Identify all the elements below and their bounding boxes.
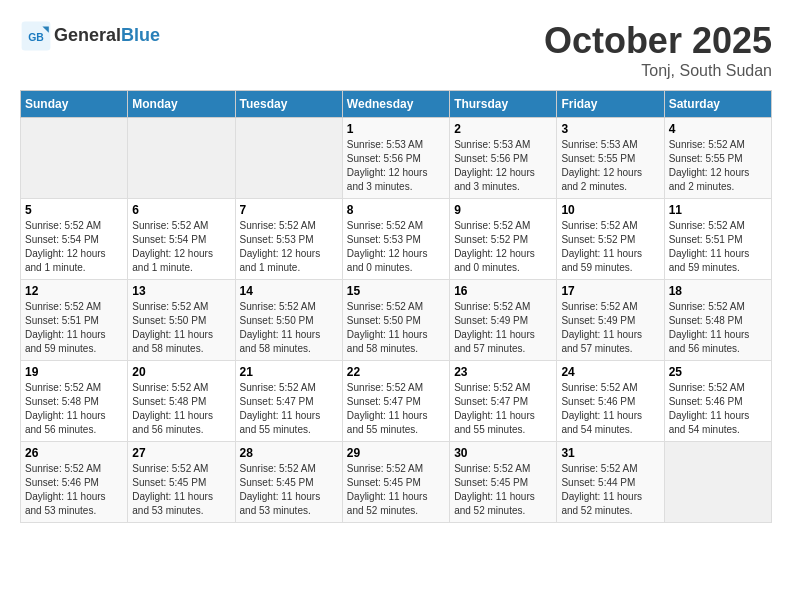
day-number: 17	[561, 284, 659, 298]
day-info: Sunrise: 5:52 AMSunset: 5:45 PMDaylight:…	[132, 462, 230, 518]
day-cell	[235, 118, 342, 199]
week-row-3: 12Sunrise: 5:52 AMSunset: 5:51 PMDayligh…	[21, 280, 772, 361]
day-cell: 25Sunrise: 5:52 AMSunset: 5:46 PMDayligh…	[664, 361, 771, 442]
day-cell	[21, 118, 128, 199]
day-info: Sunrise: 5:53 AMSunset: 5:56 PMDaylight:…	[454, 138, 552, 194]
day-number: 31	[561, 446, 659, 460]
weekday-wednesday: Wednesday	[342, 91, 449, 118]
day-number: 23	[454, 365, 552, 379]
week-row-5: 26Sunrise: 5:52 AMSunset: 5:46 PMDayligh…	[21, 442, 772, 523]
week-row-2: 5Sunrise: 5:52 AMSunset: 5:54 PMDaylight…	[21, 199, 772, 280]
day-cell: 23Sunrise: 5:52 AMSunset: 5:47 PMDayligh…	[450, 361, 557, 442]
day-number: 24	[561, 365, 659, 379]
day-cell: 11Sunrise: 5:52 AMSunset: 5:51 PMDayligh…	[664, 199, 771, 280]
day-info: Sunrise: 5:52 AMSunset: 5:48 PMDaylight:…	[669, 300, 767, 356]
location: Tonj, South Sudan	[544, 62, 772, 80]
day-cell: 19Sunrise: 5:52 AMSunset: 5:48 PMDayligh…	[21, 361, 128, 442]
day-info: Sunrise: 5:52 AMSunset: 5:46 PMDaylight:…	[561, 381, 659, 437]
day-number: 14	[240, 284, 338, 298]
day-cell: 10Sunrise: 5:52 AMSunset: 5:52 PMDayligh…	[557, 199, 664, 280]
day-number: 25	[669, 365, 767, 379]
day-info: Sunrise: 5:52 AMSunset: 5:46 PMDaylight:…	[669, 381, 767, 437]
logo: GB GeneralBlue	[20, 20, 160, 52]
day-cell: 30Sunrise: 5:52 AMSunset: 5:45 PMDayligh…	[450, 442, 557, 523]
day-number: 30	[454, 446, 552, 460]
day-cell: 31Sunrise: 5:52 AMSunset: 5:44 PMDayligh…	[557, 442, 664, 523]
page-header: GB GeneralBlue October 2025 Tonj, South …	[20, 20, 772, 80]
day-number: 15	[347, 284, 445, 298]
day-cell: 18Sunrise: 5:52 AMSunset: 5:48 PMDayligh…	[664, 280, 771, 361]
day-info: Sunrise: 5:52 AMSunset: 5:45 PMDaylight:…	[454, 462, 552, 518]
day-cell	[128, 118, 235, 199]
day-info: Sunrise: 5:52 AMSunset: 5:53 PMDaylight:…	[240, 219, 338, 275]
week-row-1: 1Sunrise: 5:53 AMSunset: 5:56 PMDaylight…	[21, 118, 772, 199]
day-info: Sunrise: 5:52 AMSunset: 5:52 PMDaylight:…	[561, 219, 659, 275]
day-cell: 27Sunrise: 5:52 AMSunset: 5:45 PMDayligh…	[128, 442, 235, 523]
logo-icon: GB	[20, 20, 52, 52]
day-info: Sunrise: 5:52 AMSunset: 5:51 PMDaylight:…	[25, 300, 123, 356]
day-info: Sunrise: 5:52 AMSunset: 5:50 PMDaylight:…	[347, 300, 445, 356]
day-info: Sunrise: 5:52 AMSunset: 5:54 PMDaylight:…	[25, 219, 123, 275]
day-number: 7	[240, 203, 338, 217]
day-cell: 14Sunrise: 5:52 AMSunset: 5:50 PMDayligh…	[235, 280, 342, 361]
day-cell: 4Sunrise: 5:52 AMSunset: 5:55 PMDaylight…	[664, 118, 771, 199]
day-number: 5	[25, 203, 123, 217]
day-cell: 24Sunrise: 5:52 AMSunset: 5:46 PMDayligh…	[557, 361, 664, 442]
day-info: Sunrise: 5:52 AMSunset: 5:53 PMDaylight:…	[347, 219, 445, 275]
day-number: 12	[25, 284, 123, 298]
day-number: 1	[347, 122, 445, 136]
day-info: Sunrise: 5:52 AMSunset: 5:52 PMDaylight:…	[454, 219, 552, 275]
day-cell: 6Sunrise: 5:52 AMSunset: 5:54 PMDaylight…	[128, 199, 235, 280]
weekday-monday: Monday	[128, 91, 235, 118]
day-number: 2	[454, 122, 552, 136]
day-cell: 28Sunrise: 5:52 AMSunset: 5:45 PMDayligh…	[235, 442, 342, 523]
day-number: 27	[132, 446, 230, 460]
day-number: 13	[132, 284, 230, 298]
day-info: Sunrise: 5:53 AMSunset: 5:56 PMDaylight:…	[347, 138, 445, 194]
day-cell: 3Sunrise: 5:53 AMSunset: 5:55 PMDaylight…	[557, 118, 664, 199]
day-cell: 22Sunrise: 5:52 AMSunset: 5:47 PMDayligh…	[342, 361, 449, 442]
day-number: 11	[669, 203, 767, 217]
svg-text:GB: GB	[28, 32, 44, 43]
calendar-body: 1Sunrise: 5:53 AMSunset: 5:56 PMDaylight…	[21, 118, 772, 523]
day-cell: 5Sunrise: 5:52 AMSunset: 5:54 PMDaylight…	[21, 199, 128, 280]
day-number: 29	[347, 446, 445, 460]
day-cell: 16Sunrise: 5:52 AMSunset: 5:49 PMDayligh…	[450, 280, 557, 361]
day-info: Sunrise: 5:52 AMSunset: 5:54 PMDaylight:…	[132, 219, 230, 275]
day-number: 3	[561, 122, 659, 136]
day-info: Sunrise: 5:52 AMSunset: 5:50 PMDaylight:…	[240, 300, 338, 356]
calendar-table: SundayMondayTuesdayWednesdayThursdayFrid…	[20, 90, 772, 523]
day-info: Sunrise: 5:52 AMSunset: 5:47 PMDaylight:…	[347, 381, 445, 437]
day-number: 10	[561, 203, 659, 217]
day-cell	[664, 442, 771, 523]
day-info: Sunrise: 5:52 AMSunset: 5:51 PMDaylight:…	[669, 219, 767, 275]
month-title: October 2025	[544, 20, 772, 62]
weekday-header-row: SundayMondayTuesdayWednesdayThursdayFrid…	[21, 91, 772, 118]
day-cell: 29Sunrise: 5:52 AMSunset: 5:45 PMDayligh…	[342, 442, 449, 523]
day-cell: 7Sunrise: 5:52 AMSunset: 5:53 PMDaylight…	[235, 199, 342, 280]
day-info: Sunrise: 5:52 AMSunset: 5:47 PMDaylight:…	[454, 381, 552, 437]
day-number: 22	[347, 365, 445, 379]
day-info: Sunrise: 5:52 AMSunset: 5:45 PMDaylight:…	[347, 462, 445, 518]
day-info: Sunrise: 5:52 AMSunset: 5:49 PMDaylight:…	[454, 300, 552, 356]
logo-text: GeneralBlue	[54, 26, 160, 46]
weekday-sunday: Sunday	[21, 91, 128, 118]
day-number: 21	[240, 365, 338, 379]
day-cell: 12Sunrise: 5:52 AMSunset: 5:51 PMDayligh…	[21, 280, 128, 361]
day-cell: 26Sunrise: 5:52 AMSunset: 5:46 PMDayligh…	[21, 442, 128, 523]
day-number: 4	[669, 122, 767, 136]
day-cell: 8Sunrise: 5:52 AMSunset: 5:53 PMDaylight…	[342, 199, 449, 280]
day-cell: 20Sunrise: 5:52 AMSunset: 5:48 PMDayligh…	[128, 361, 235, 442]
day-cell: 15Sunrise: 5:52 AMSunset: 5:50 PMDayligh…	[342, 280, 449, 361]
day-info: Sunrise: 5:52 AMSunset: 5:48 PMDaylight:…	[25, 381, 123, 437]
day-cell: 2Sunrise: 5:53 AMSunset: 5:56 PMDaylight…	[450, 118, 557, 199]
day-number: 19	[25, 365, 123, 379]
day-number: 6	[132, 203, 230, 217]
weekday-friday: Friday	[557, 91, 664, 118]
day-info: Sunrise: 5:52 AMSunset: 5:49 PMDaylight:…	[561, 300, 659, 356]
day-cell: 17Sunrise: 5:52 AMSunset: 5:49 PMDayligh…	[557, 280, 664, 361]
day-info: Sunrise: 5:52 AMSunset: 5:47 PMDaylight:…	[240, 381, 338, 437]
day-number: 9	[454, 203, 552, 217]
day-info: Sunrise: 5:52 AMSunset: 5:45 PMDaylight:…	[240, 462, 338, 518]
day-number: 20	[132, 365, 230, 379]
